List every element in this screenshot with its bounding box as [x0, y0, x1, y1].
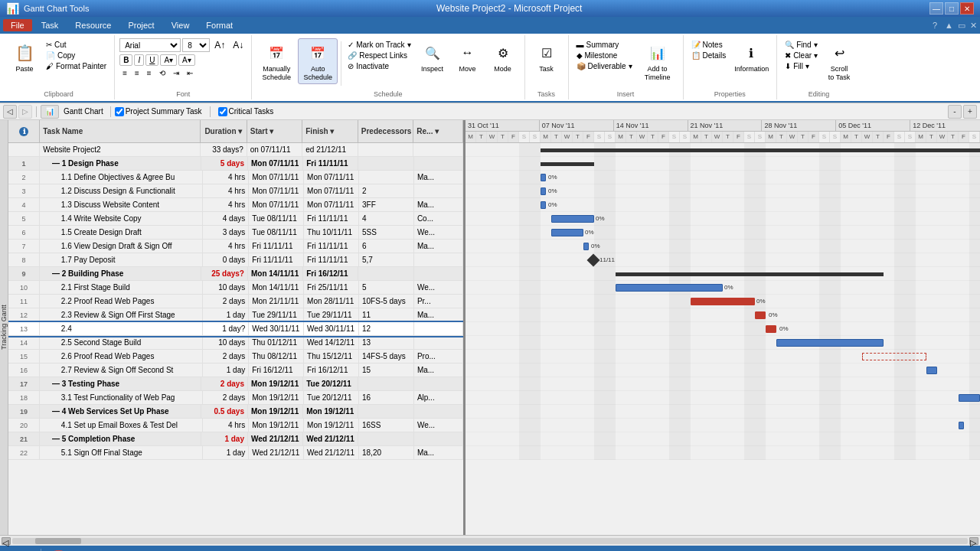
- mark-on-track-button[interactable]: ✓ Mark on Track ▾: [345, 40, 413, 50]
- start-cell[interactable]: Mon 07/11/11: [248, 157, 303, 170]
- inspect-button[interactable]: 🔍 Inspect: [416, 38, 449, 76]
- pred-cell[interactable]: 12: [359, 322, 414, 335]
- pred-cell[interactable]: 6: [359, 240, 414, 253]
- table-row[interactable]: 19 — 4 Web Services Set Up Phase 0.5 day…: [8, 405, 463, 419]
- window-restore[interactable]: ▭: [958, 21, 965, 31]
- table-row[interactable]: 21 — 5 Completion Phase 1 day Wed 21/12/…: [8, 432, 463, 446]
- task-name-cell[interactable]: — 4 Web Services Set Up Phase: [40, 405, 201, 418]
- res-cell[interactable]: Ma...: [414, 308, 463, 321]
- finish-cell[interactable]: Fri 11/11/11: [303, 157, 358, 170]
- zoom-in-button[interactable]: +: [963, 105, 977, 119]
- res-cell[interactable]: [414, 432, 463, 445]
- scroll-to-task-button[interactable]: ↩ Scrollto Task: [822, 38, 856, 84]
- res-cell[interactable]: Ma...: [414, 198, 463, 211]
- pred-cell[interactable]: [359, 171, 414, 184]
- table-row[interactable]: 3 1.2 Discuss Design & Functionalit 4 hr…: [8, 184, 463, 198]
- respect-links-button[interactable]: 🔗 Respect Links: [345, 51, 413, 60]
- pred-cell[interactable]: 5: [359, 281, 414, 294]
- align-right-button[interactable]: ≡: [144, 68, 155, 78]
- pred-header[interactable]: Predecessors ▾: [358, 120, 414, 142]
- task-name-cell[interactable]: 2.1 First Stage Build: [40, 281, 203, 294]
- start-cell[interactable]: Fri 16/12/11: [249, 364, 304, 377]
- start-cell[interactable]: Fri 11/11/11: [249, 253, 304, 266]
- milestone-button[interactable]: ◆ Milestone: [573, 51, 635, 60]
- table-row[interactable]: 11 2.2 Proof Read Web Pages 2 days Mon 2…: [8, 295, 463, 308]
- task-name-cell[interactable]: 3.1 Test Functionality of Web Pag: [40, 391, 203, 404]
- finish-cell[interactable]: Mon 19/12/11: [303, 405, 358, 418]
- res-cell[interactable]: We...: [414, 419, 463, 432]
- information-button[interactable]: ℹ Information: [730, 38, 772, 76]
- ribbon-expand[interactable]: ▲: [945, 21, 953, 30]
- pred-cell[interactable]: [358, 157, 413, 170]
- duration-cell[interactable]: 2 days: [201, 377, 248, 390]
- finish-cell[interactable]: Thu 15/12/11: [304, 350, 359, 363]
- finish-cell[interactable]: Wed 21/12/11: [303, 432, 358, 445]
- redo-button[interactable]: ▷: [18, 105, 32, 119]
- finish-header[interactable]: Finish ▾: [302, 120, 358, 142]
- file-menu[interactable]: File: [3, 19, 32, 31]
- row-num-header[interactable]: ℹ: [8, 120, 40, 142]
- finish-cell[interactable]: Fri 16/12/11: [304, 364, 359, 377]
- start-cell[interactable]: Mon 21/11/11: [249, 295, 304, 308]
- critical-tasks-checkbox[interactable]: [218, 107, 227, 116]
- table-row[interactable]: 12 2.3 Review & Sign Off First Stage 1 d…: [8, 308, 463, 322]
- table-row[interactable]: Website Project2 33 days? on 07/11/11 ed…: [8, 143, 463, 157]
- duration-cell[interactable]: 2 days: [203, 295, 249, 308]
- task-name-cell[interactable]: 2.2 Proof Read Web Pages: [40, 295, 203, 308]
- start-header[interactable]: Start ▾: [247, 120, 303, 142]
- pred-cell[interactable]: [358, 267, 413, 280]
- duration-cell[interactable]: 3 days: [203, 226, 249, 239]
- info-icon[interactable]: ℹ: [19, 127, 28, 136]
- task-name-cell[interactable]: 1.4 Write Website Copy: [40, 212, 203, 225]
- pred-cell[interactable]: [358, 405, 413, 418]
- duration-cell[interactable]: 1 day: [201, 432, 248, 445]
- start-cell[interactable]: Wed 30/11/11: [249, 322, 304, 335]
- start-cell[interactable]: Tue 29/11/11: [249, 308, 304, 321]
- fill-button[interactable]: ⬇ Fill ▾: [782, 61, 821, 71]
- find-button[interactable]: 🔍 Find ▾: [782, 40, 821, 50]
- font-shrink-button[interactable]: A↓: [230, 39, 247, 51]
- format-menu[interactable]: Format: [198, 19, 240, 31]
- res-cell[interactable]: We...: [414, 281, 463, 294]
- start-cell[interactable]: on 07/11/11: [247, 143, 303, 156]
- task-name-cell[interactable]: 1.1 Define Objectives & Agree Bu: [40, 171, 203, 184]
- move-button[interactable]: ↔ Move: [451, 38, 485, 76]
- maximize-button[interactable]: □: [945, 2, 959, 15]
- add-timeline-button[interactable]: 📊 Add to Timeline: [637, 38, 678, 84]
- task-name-cell[interactable]: 1.6 View Design Draft & Sign Off: [40, 240, 203, 253]
- task-name-cell[interactable]: — 5 Completion Phase: [40, 432, 201, 445]
- pred-cell[interactable]: [358, 143, 414, 156]
- duration-cell[interactable]: 2 days: [203, 391, 249, 404]
- outdent-button[interactable]: ⇤: [184, 68, 196, 78]
- res-cell[interactable]: [414, 184, 463, 197]
- pred-cell[interactable]: 5,7: [359, 253, 414, 266]
- italic-button[interactable]: I: [134, 54, 144, 66]
- start-cell[interactable]: Mon 14/11/11: [249, 281, 304, 294]
- start-cell[interactable]: Mon 19/12/11: [248, 405, 303, 418]
- task-name-cell[interactable]: 4.1 Set up Email Boxes & Test Del: [40, 419, 203, 432]
- task-button[interactable]: ☑ Task: [530, 38, 564, 76]
- finish-cell[interactable]: Fri 11/11/11: [304, 240, 359, 253]
- res-cell[interactable]: Pr...: [414, 295, 463, 308]
- font-color-button[interactable]: A▾: [178, 54, 195, 66]
- task-name-cell[interactable]: 2.3 Review & Sign Off First Stage: [40, 308, 203, 321]
- finish-cell[interactable]: Mon 19/12/11: [304, 419, 359, 432]
- finish-cell[interactable]: Mon 07/11/11: [304, 198, 359, 211]
- indent-button[interactable]: ⇥: [170, 68, 182, 78]
- taskname-header[interactable]: Task Name: [40, 120, 201, 142]
- duration-cell[interactable]: 4 hrs: [203, 240, 249, 253]
- res-cell[interactable]: Pro...: [414, 350, 463, 363]
- task-menu[interactable]: Task: [34, 19, 67, 31]
- duration-header[interactable]: Duration ▾: [201, 120, 247, 142]
- table-row[interactable]: 15 2.6 Proof Read Web Pages 2 days Thu 0…: [8, 350, 463, 364]
- start-cell[interactable]: Wed 21/12/11: [248, 432, 303, 445]
- finish-cell[interactable]: ed 21/12/11: [302, 143, 358, 156]
- finish-cell[interactable]: Wed 21/12/11: [304, 446, 359, 459]
- duration-cell[interactable]: 0.5 days: [201, 405, 248, 418]
- table-row[interactable]: 4 1.3 Discuss Website Content 4 hrs Mon …: [8, 198, 463, 212]
- start-cell[interactable]: Mon 07/11/11: [249, 184, 304, 197]
- res-cell[interactable]: [414, 267, 463, 280]
- res-cell[interactable]: [414, 253, 463, 266]
- duration-cell[interactable]: 25 days?: [201, 267, 248, 280]
- zoom-out-button[interactable]: -: [948, 105, 962, 119]
